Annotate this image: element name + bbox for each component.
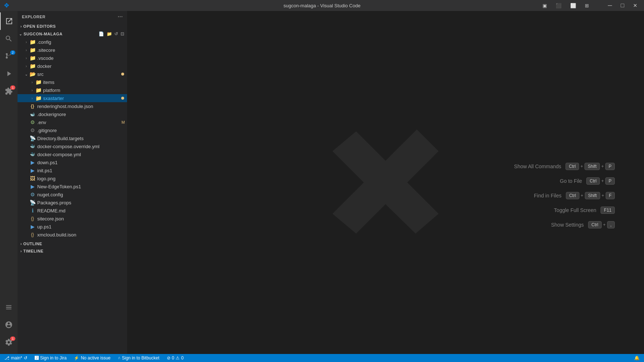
config-chevron: › [23, 40, 29, 44]
tree-item-items[interactable]: › 📁 items [18, 78, 127, 86]
restore-button[interactable]: □ [618, 1, 627, 9]
tree-item-up-ps1[interactable]: › ▶ up.ps1 [18, 223, 127, 231]
platform-label: platform [43, 88, 127, 93]
sxastarter-dot [121, 97, 124, 100]
tree-item-env[interactable]: › ⚙ .env M [18, 118, 127, 126]
tree-item-platform[interactable]: › 📁 platform [18, 86, 127, 94]
docker-label: docker [37, 63, 127, 69]
sidebar: Explorer ⋯ › Open Editors ⌄ SUGCON-MALAG… [18, 11, 127, 354]
key-ctrl-2: Ctrl [586, 177, 600, 185]
titlebar-title: sugcon-malaga - Visual Studio Code [284, 3, 361, 8]
status-bar: ⎇ main* ↺ 🅹 Sign in to Jira ⚡ No active … [0, 354, 644, 362]
open-editors-section[interactable]: › Open Editors [18, 23, 127, 30]
explorer-label: Explorer [22, 15, 46, 19]
docker-compose-override-label: docker-compose.override.yml [37, 144, 127, 149]
dockerignore-label: .dockerignore [37, 112, 127, 117]
explorer-activity-icon[interactable] [0, 12, 18, 30]
find-in-files-label: Find in Files [534, 193, 561, 199]
project-icons: 📄 📁 ↺ ⊡ [99, 31, 124, 36]
renderinghost-label: renderinghost.module.json [37, 104, 127, 109]
docker-folder-icon: 📁 [29, 63, 36, 69]
bitbucket-status[interactable]: ⑃ Sign in to Bitbucket [116, 354, 161, 362]
tree-item-nuget-config[interactable]: › ⚙ nuget.config [18, 190, 127, 199]
tree-item-config[interactable]: › 📁 .config [18, 38, 127, 46]
tree-item-init-ps1[interactable]: › ▶ init.ps1 [18, 166, 127, 174]
tree-item-docker-compose[interactable]: › 🐳 docker-compose.yml [18, 150, 127, 158]
platform-folder-icon: 📁 [35, 87, 42, 93]
hint-show-settings: Show Settings Ctrl + , [514, 221, 615, 228]
new-folder-icon[interactable]: 📁 [107, 31, 112, 36]
tree-item-gitignore[interactable]: › ⚙ .gitignore [18, 126, 127, 134]
project-name: SUGCON-MALAGA [24, 32, 63, 36]
issue-status[interactable]: ⚡ No active issue [72, 354, 112, 362]
tree-item-docker-compose-override[interactable]: › 🐳 docker-compose.override.yml [18, 142, 127, 150]
panel-toggle-icon[interactable]: ⬜ [567, 2, 579, 9]
activity-bar-bottom: 1 [0, 299, 18, 354]
down-ps1-icon: ▶ [29, 159, 36, 165]
close-button[interactable]: ✕ [630, 2, 640, 9]
vscode-folder-icon: 📁 [29, 55, 36, 61]
open-editors-chevron: › [20, 24, 22, 28]
docker-compose-label: docker-compose.yml [37, 152, 127, 157]
tree-item-docker[interactable]: › 📁 docker [18, 62, 127, 70]
tree-item-src[interactable]: ⌄ 📂 src [18, 70, 127, 78]
tree-item-vscode[interactable]: › 📁 .vscode [18, 54, 127, 62]
errors-warnings-status[interactable]: ⊘ 0 ⚠ 0 [165, 354, 185, 362]
gitignore-label: .gitignore [37, 128, 127, 133]
timeline-label: TIMELINE [23, 249, 43, 253]
extensions-activity-icon[interactable]: 1 [0, 82, 18, 100]
tree-item-sitecore-json[interactable]: › {} sitecore.json [18, 215, 127, 223]
titlebar-logo: ❖ [4, 1, 9, 9]
menu-icon[interactable]: ⊞ [582, 2, 592, 9]
key-f-3: F [606, 192, 615, 199]
jira-status[interactable]: 🅹 Sign in to Jira [33, 354, 68, 362]
key-comma-5: , [607, 221, 615, 228]
init-ps1-label: init.ps1 [37, 168, 127, 173]
packages-props-icon: 📡 [29, 200, 36, 205]
vscode-label: .vscode [37, 55, 127, 61]
tree-item-readme[interactable]: › ℹ README.md [18, 207, 127, 215]
up-ps1-icon: ▶ [29, 224, 36, 230]
refresh-icon[interactable]: ↺ [114, 31, 118, 36]
project-section[interactable]: ⌄ SUGCON-MALAGA 📄 📁 ↺ ⊡ [18, 30, 127, 38]
hint-find-in-files: Find in Files Ctrl + Shift + F [514, 192, 615, 199]
search-activity-icon[interactable] [0, 30, 18, 47]
tree-item-sitecore[interactable]: › 📁 .sitecore [18, 46, 127, 54]
tree-item-logo-png[interactable]: › 🖼 logo.png [18, 174, 127, 182]
more-options-icon[interactable]: ⋯ [118, 14, 123, 20]
sidebar-toggle-icon[interactable]: ▣ [540, 2, 550, 9]
error-icon: ⊘ [167, 355, 170, 361]
tree-item-down-ps1[interactable]: › ▶ down.ps1 [18, 158, 127, 166]
tree-item-xmcloud-build[interactable]: › {} xmcloud.build.ison [18, 231, 127, 239]
readme-label: README.md [37, 208, 127, 213]
tree-item-sxastarter[interactable]: › 📁 sxastarter [18, 94, 127, 102]
find-in-files-keys: Ctrl + Shift + F [566, 192, 615, 199]
tree-item-dockerignore[interactable]: › 🐋 .dockerignore [18, 110, 127, 118]
branch-name: main* [11, 355, 22, 361]
gitignore-icon: ⚙ [29, 127, 36, 133]
tree-item-renderinghost[interactable]: › {} renderinghost.module.json [18, 102, 127, 110]
notifications-status[interactable]: 🔔 [633, 354, 641, 362]
branch-status[interactable]: ⎇ main* ↺ [3, 354, 29, 362]
tree-item-packages-props[interactable]: › 📡 Packages.props [18, 199, 127, 207]
source-control-activity-icon[interactable]: 2 [0, 47, 18, 65]
tree-item-new-edge-token[interactable]: › ▶ New-EdgeToken.ps1 [18, 182, 127, 190]
platform-chevron: › [29, 88, 35, 92]
timeline-section[interactable]: › TIMELINE [18, 247, 127, 255]
sidebar-header-icons: ⋯ [118, 14, 123, 20]
minimize-button[interactable]: ─ [605, 1, 615, 9]
jira-icon: 🅹 [35, 356, 39, 360]
editor-layout-icon[interactable]: ⬛ [553, 2, 564, 9]
remote-activity-icon[interactable] [0, 299, 18, 316]
run-debug-activity-icon[interactable] [0, 65, 18, 82]
docker-compose-override-icon: 🐳 [29, 144, 36, 149]
bitbucket-label: Sign in to Bitbucket [122, 355, 160, 361]
up-ps1-label: up.ps1 [37, 224, 127, 230]
tree-item-directory-build-targets[interactable]: › 📡 Directory.Build.targets [18, 134, 127, 142]
settings-activity-icon[interactable]: 1 [0, 334, 18, 351]
env-modified: M [122, 120, 125, 124]
new-file-icon[interactable]: 📄 [99, 31, 104, 36]
account-activity-icon[interactable] [0, 316, 18, 334]
outline-section[interactable]: › OUTLINE [18, 240, 127, 247]
collapse-icon[interactable]: ⊡ [120, 31, 124, 36]
